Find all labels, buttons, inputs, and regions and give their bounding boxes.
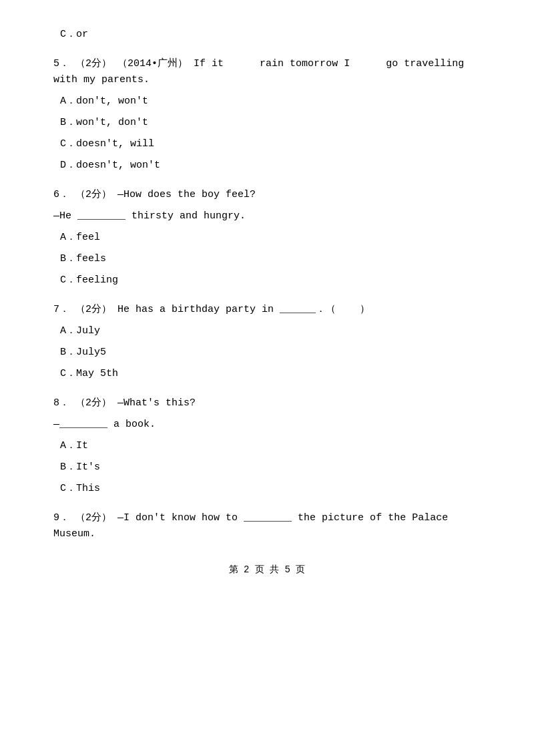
- question-text: —He ________ thirsty and hungry.: [53, 210, 246, 222]
- prev-option-c: C．or: [53, 27, 481, 43]
- question-marks: （2分）: [75, 397, 111, 409]
- page-number: 第 2 页 共 5 页: [229, 564, 306, 575]
- question-text: —I don't know how to ________ the pictur…: [53, 512, 448, 540]
- question-marks: （2分）: [75, 304, 111, 315]
- option-label: B．won't, don't: [60, 117, 148, 128]
- option-label: B．feels: [60, 253, 106, 264]
- question-number: 8．: [53, 397, 69, 409]
- question-marks: （2分）: [75, 512, 111, 524]
- q5-option-a: A．don't, won't: [53, 93, 481, 110]
- q6-option-c: C．feeling: [53, 272, 481, 289]
- question-number: 6．: [53, 189, 69, 200]
- q8-option-a: A．It: [53, 438, 481, 454]
- question-marks: （2分）: [75, 189, 111, 200]
- q5-option-b: B．won't, don't: [53, 115, 481, 131]
- question-6-stem2: —He ________ thirsty and hungry.: [53, 208, 481, 224]
- question-text: —________ a book.: [53, 419, 156, 430]
- option-label: C．feeling: [60, 274, 118, 286]
- question-number: 5．: [53, 58, 69, 69]
- question-9-stem: 9． （2分） —I don't know how to ________ th…: [53, 510, 481, 542]
- question-5: 5． （2分） （2014•广州） If it rain tomorrow I …: [53, 56, 481, 174]
- option-label: D．doesn't, won't: [60, 160, 160, 171]
- page-content: C．or 5． （2分） （2014•广州） If it rain tomorr…: [53, 27, 481, 577]
- question-9: 9． （2分） —I don't know how to ________ th…: [53, 510, 481, 542]
- option-label: C．or: [60, 29, 88, 40]
- question-6-stem: 6． （2分） —How does the boy feel?: [53, 187, 481, 203]
- q8-option-c: C．This: [53, 481, 481, 497]
- question-text: —How does the boy feel?: [117, 189, 256, 200]
- option-label: A．It: [60, 440, 88, 451]
- question-marks: （2分）: [75, 58, 111, 69]
- question-5-stem: 5． （2分） （2014•广州） If it rain tomorrow I …: [53, 56, 481, 88]
- question-text: If it rain tomorrow I go travelling with…: [53, 58, 464, 85]
- option-label: C．doesn't, will: [60, 138, 154, 150]
- option-label: B．It's: [60, 461, 100, 473]
- q8-option-b: B．It's: [53, 459, 481, 476]
- question-7: 7． （2分） He has a birthday party in _____…: [53, 302, 481, 382]
- q7-option-c: C．May 5th: [53, 366, 481, 382]
- q7-option-b: B．July5: [53, 345, 481, 361]
- question-8-stem: 8． （2分） —What's this?: [53, 395, 481, 411]
- question-6: 6． （2分） —How does the boy feel? —He ____…: [53, 187, 481, 289]
- question-source: （2014•广州）: [117, 58, 188, 69]
- question-number: 7．: [53, 304, 69, 315]
- q6-option-b: B．feels: [53, 251, 481, 267]
- option-label: A．don't, won't: [60, 96, 148, 107]
- option-label: A．July: [60, 325, 100, 337]
- question-8-stem2: —________ a book.: [53, 417, 481, 433]
- option-line: C．or: [53, 27, 481, 43]
- q6-option-a: A．feel: [53, 230, 481, 246]
- option-label: C．May 5th: [60, 368, 118, 379]
- question-text: He has a birthday party in ______．（ ）: [117, 304, 370, 315]
- question-8: 8． （2分） —What's this? —________ a book. …: [53, 395, 481, 497]
- option-label: B．July5: [60, 347, 106, 358]
- question-number: 9．: [53, 512, 69, 524]
- question-text: —What's this?: [117, 397, 196, 409]
- option-label: C．This: [60, 483, 100, 494]
- question-7-stem: 7． （2分） He has a birthday party in _____…: [53, 302, 481, 318]
- q7-option-a: A．July: [53, 323, 481, 339]
- option-label: A．feel: [60, 232, 100, 243]
- q5-option-c: C．doesn't, will: [53, 136, 481, 152]
- page-footer: 第 2 页 共 5 页: [53, 562, 481, 577]
- q5-option-d: D．doesn't, won't: [53, 158, 481, 174]
